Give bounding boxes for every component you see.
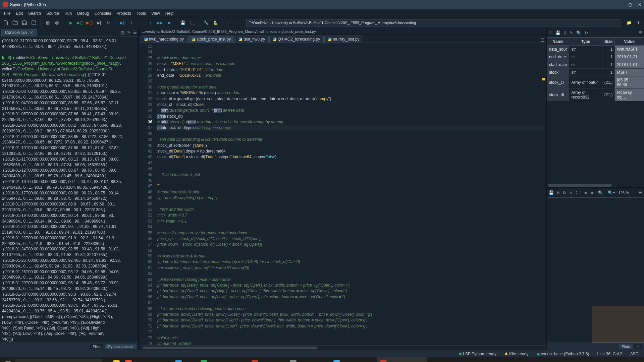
editor-tab[interactable]: murray_test.py <box>324 36 363 43</box>
close-button[interactable]: ✕ <box>638 2 641 7</box>
save-all-icon[interactable] <box>30 19 38 26</box>
menu-view[interactable]: View <box>149 10 162 16</box>
taskbar-app[interactable]: 042320 - Notepad <box>331 357 377 362</box>
menu-source[interactable]: Source <box>44 10 61 16</box>
editor-tab[interactable]: stock_price_inst.py <box>188 36 234 43</box>
editor-tab[interactable]: hw8_hardcoding.py <box>141 36 187 43</box>
clear-icon[interactable]: ✎ <box>570 31 573 35</box>
editor-tab[interactable]: test_hw8.py <box>235 36 269 43</box>
var-header[interactable]: Value <box>615 38 644 46</box>
pane-menu-icon[interactable]: ☰ <box>133 30 137 35</box>
cell-icon[interactable]: ▦ <box>44 19 51 26</box>
menu-file[interactable]: File <box>2 10 12 16</box>
back-icon[interactable]: ← <box>225 19 233 26</box>
var-header[interactable]: Name <box>547 38 569 46</box>
pane-edit-icon[interactable]: ✎ <box>127 30 130 35</box>
step-out-icon[interactable]: ↑ <box>147 19 154 26</box>
taskbar-app[interactable]: Sound <box>172 357 198 362</box>
step-over-icon[interactable]: ⤵ <box>128 19 135 26</box>
menu-tools[interactable]: Tools <box>135 10 148 16</box>
stop-debug-icon[interactable]: ■ <box>165 19 173 26</box>
working-directory-input[interactable]: E:\OneDrive - University at Buffalo\2-Bu… <box>246 19 621 26</box>
task-view-button[interactable]: ⊞ <box>102 357 110 362</box>
conda-status[interactable]: ◆conda: base (Python 3.7.6) <box>537 352 589 356</box>
minimize-button[interactable]: — <box>618 2 622 7</box>
save-layout-icon[interactable]: 💾 <box>179 19 186 26</box>
import-data-icon[interactable]: ⇩ <box>549 31 552 35</box>
editor-horizontal-scrollbar[interactable] <box>139 345 546 350</box>
save-icon[interactable] <box>21 19 28 26</box>
variable-row[interactable]: start_datestr12018-01-01 <box>547 61 644 69</box>
parent-dir-icon[interactable]: ⬆ <box>635 19 642 26</box>
warning-marker-icon[interactable] <box>542 78 545 80</box>
remove-plot-icon[interactable]: ✕ <box>569 190 573 195</box>
var-header[interactable]: Type <box>569 38 602 46</box>
plots-tab[interactable]: Plots <box>619 344 633 349</box>
run-cell-advance-icon[interactable]: ▶▢ <box>86 19 93 26</box>
save-data-icon[interactable]: 💾 <box>555 31 560 35</box>
run-icon[interactable]: ▶ <box>67 19 74 26</box>
variable-row[interactable]: end_datestr12018-01-31 <box>547 53 644 61</box>
file-explorer-button[interactable] <box>110 357 122 362</box>
pane-options-icon[interactable]: ▥ <box>121 30 124 35</box>
step-into-icon[interactable]: ↓ <box>137 19 145 26</box>
menu-edit[interactable]: Edit <box>14 10 25 16</box>
close-tab-icon[interactable]: ✕ <box>30 30 33 35</box>
console-tab[interactable]: Console 1/A ✕ <box>1 29 37 36</box>
editor-tab[interactable]: QXIAO2_forecasting.py <box>269 36 324 43</box>
run-cell-icon[interactable]: ▶▢ <box>76 19 84 26</box>
menu-run[interactable]: Run <box>62 10 74 16</box>
help-tab[interactable]: H <box>634 344 642 349</box>
zoom-in-icon[interactable]: 🔍+ <box>608 190 615 195</box>
next-plot-icon[interactable]: ► <box>591 190 595 195</box>
menu-projects[interactable]: Projects <box>115 10 133 16</box>
variable-row[interactable]: data_sourstr1WIKI/MSFT <box>547 46 644 53</box>
taskbar-search[interactable]: 🔍 Type here to search <box>15 359 102 362</box>
rerun-icon[interactable]: ↻ <box>105 19 112 26</box>
editor-menu-icon[interactable]: ☰ <box>541 38 544 43</box>
variable-row[interactable]: stockstr1MSFT <box>547 69 644 76</box>
fullscreen-plot-icon[interactable]: ⛶ <box>576 190 580 195</box>
maximize-button[interactable]: ▢ <box>628 2 632 7</box>
files-tab[interactable]: Files <box>90 344 103 349</box>
zoom-out-icon[interactable]: 🔍- <box>598 190 604 195</box>
menu-debug[interactable]: Debug <box>75 10 91 16</box>
search-var-icon[interactable]: 🔍 <box>576 31 581 35</box>
at-icon[interactable]: @ <box>53 19 61 26</box>
save-all-plots-icon[interactable]: ⎘ <box>557 190 559 195</box>
copy-plot-icon[interactable]: ⧉ <box>563 190 566 195</box>
taskbar-app[interactable]: Spyder (Python 3.7) <box>377 357 427 362</box>
refresh-icon[interactable]: ↻ <box>585 31 588 35</box>
browse-dir-icon[interactable]: 📁 <box>625 19 633 26</box>
debug-icon[interactable]: ▶‖ <box>118 19 126 26</box>
run-selection-icon[interactable]: ▶| <box>95 19 103 26</box>
continue-icon[interactable]: ▶▶ <box>156 19 163 26</box>
menu-search[interactable]: Search <box>26 10 43 16</box>
var-horizontal-scrollbar[interactable] <box>547 183 644 187</box>
ve-menu-icon[interactable]: ☰ <box>638 31 642 35</box>
open-file-icon[interactable] <box>11 19 19 26</box>
variable-explorer-table[interactable]: NameTypeSizeValue data_sourstr1WIKI/MSFT… <box>547 38 644 183</box>
variable-row[interactable]: stock_dtArray of record832(21,)recarray … <box>547 89 644 101</box>
forward-icon[interactable]: → <box>235 19 242 26</box>
prev-plot-icon[interactable]: ◄ <box>583 190 587 195</box>
ipython-console-tab[interactable]: IPython console <box>105 344 136 349</box>
start-button[interactable] <box>1 357 15 362</box>
taskbar-app[interactable]: 应用程序捷… - 提… <box>122 357 172 362</box>
taskbar-app[interactable]: Anaconda Navigat… <box>198 357 249 362</box>
taskbar-app[interactable]: DroidCam Client <box>287 357 331 362</box>
save-as-icon[interactable]: ⎘ <box>564 31 566 35</box>
new-file-icon[interactable] <box>2 19 9 26</box>
menu-help[interactable]: Help <box>163 10 176 16</box>
var-header[interactable]: Size <box>602 38 615 46</box>
python-path-icon[interactable]: 🐍 <box>212 19 219 26</box>
save-plot-icon[interactable]: 💾 <box>549 190 554 195</box>
plots-menu-icon[interactable]: ☰ <box>638 190 642 195</box>
code-editor[interactable]: 2324252627282930313233343536373839404142… <box>139 43 546 345</box>
variable-row[interactable]: stock_clArray of float64(21,)[85.95 86.3… <box>547 76 644 89</box>
menu-consoles[interactable]: Consoles <box>92 10 113 16</box>
taskbar-app[interactable]: 网易有道词典 <box>249 357 287 362</box>
preferences-icon[interactable]: 🔧 <box>202 19 210 26</box>
ipython-console[interactable]: ('2018-01-31T00:00:00.000000000', 93.75 … <box>0 37 138 343</box>
maximize-pane-icon[interactable]: ⛶ <box>189 19 196 26</box>
